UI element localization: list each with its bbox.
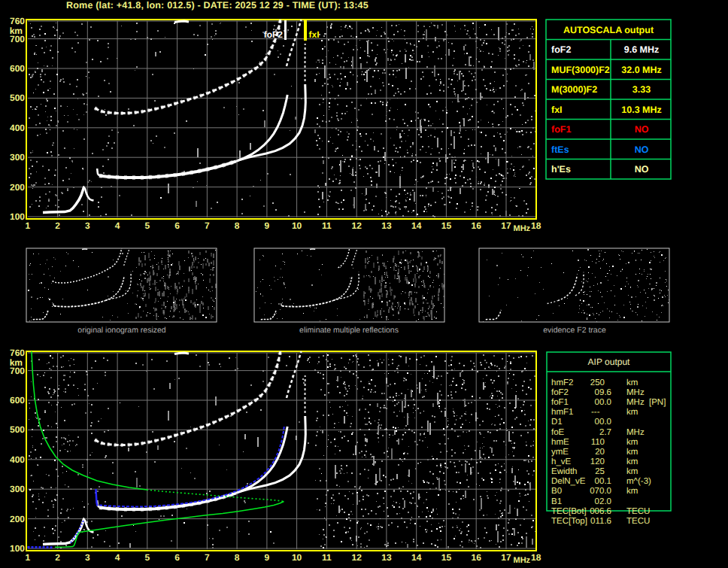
svg-text:006.6: 006.6 (590, 507, 611, 516)
svg-text:9.6 MHz: 9.6 MHz (624, 44, 660, 55)
svg-text:TEC[Bot]: TEC[Bot] (551, 507, 587, 516)
svg-text:ymE: ymE (551, 448, 569, 457)
svg-text:MUF(3000)F2: MUF(3000)F2 (551, 65, 610, 75)
svg-text:km: km (626, 457, 638, 466)
svg-text:TEC[Top]: TEC[Top] (551, 517, 587, 526)
svg-text:AUTOSCALA output: AUTOSCALA output (563, 25, 654, 35)
svg-text:32.0 MHz: 32.0 MHz (621, 65, 662, 75)
svg-text:3.33: 3.33 (632, 84, 651, 95)
svg-text:20: 20 (595, 448, 605, 457)
svg-text:km: km (626, 408, 638, 417)
svg-text:h_vE: h_vE (551, 457, 572, 466)
svg-text:km: km (626, 448, 638, 457)
svg-text:fxI: fxI (551, 105, 563, 115)
svg-text:evidence F2 trace: evidence F2 trace (543, 326, 606, 335)
svg-text:AIP output: AIP output (588, 357, 630, 367)
svg-text:foF2: foF2 (551, 44, 571, 55)
svg-text:09.6: 09.6 (595, 388, 611, 397)
svg-text:km: km (626, 467, 638, 476)
svg-text:B1: B1 (551, 497, 562, 506)
svg-text:DelN_vE: DelN_vE (551, 477, 586, 486)
svg-text:hmE: hmE (551, 438, 569, 447)
svg-text:NO: NO (635, 124, 649, 135)
svg-text:original ionogram resized: original ionogram resized (77, 326, 165, 335)
svg-text:foE: foE (551, 428, 565, 437)
svg-text:foF1: foF1 (551, 398, 569, 407)
svg-text:B0: B0 (551, 487, 562, 496)
svg-text:MHz: MHz (626, 428, 645, 437)
svg-text:00.1: 00.1 (595, 477, 611, 486)
svg-text:070.0: 070.0 (590, 487, 611, 496)
svg-text:km: km (626, 438, 638, 447)
svg-text:NO: NO (635, 144, 649, 155)
svg-text:m^(-3): m^(-3) (626, 477, 651, 486)
svg-text:[PN]: [PN] (649, 398, 666, 407)
svg-text:00.0: 00.0 (595, 398, 611, 407)
svg-text:TECU: TECU (626, 517, 650, 526)
svg-text:M(3000)F2: M(3000)F2 (551, 84, 597, 95)
svg-text:NO: NO (635, 164, 649, 175)
svg-text:hmF2: hmF2 (551, 378, 573, 387)
svg-text:011.6: 011.6 (590, 517, 611, 526)
svg-text:120: 120 (590, 457, 605, 466)
svg-text:MHz: MHz (626, 398, 645, 407)
svg-text:foF1: foF1 (551, 124, 571, 135)
svg-text:110: 110 (591, 438, 605, 447)
svg-text:Ewidth: Ewidth (551, 467, 578, 476)
svg-text:h'Es: h'Es (551, 164, 571, 175)
svg-text:km: km (626, 378, 638, 387)
svg-text:2.7: 2.7 (599, 428, 611, 437)
svg-text:hmF1: hmF1 (551, 408, 573, 417)
svg-text:D1: D1 (551, 418, 563, 427)
svg-text:10.3 MHz: 10.3 MHz (621, 105, 662, 115)
svg-text:25: 25 (595, 467, 605, 476)
svg-text:00.0: 00.0 (595, 418, 611, 427)
svg-text:250: 250 (590, 378, 605, 387)
svg-text:foF2: foF2 (551, 388, 569, 397)
svg-text:MHz: MHz (626, 388, 645, 397)
svg-text:02.0: 02.0 (595, 497, 611, 506)
svg-text:eliminate multiple reflections: eliminate multiple reflections (299, 326, 399, 335)
svg-text:TECU: TECU (626, 507, 650, 516)
svg-text:km: km (626, 487, 638, 496)
svg-text:ftEs: ftEs (551, 144, 569, 155)
svg-text:---: --- (591, 408, 600, 417)
